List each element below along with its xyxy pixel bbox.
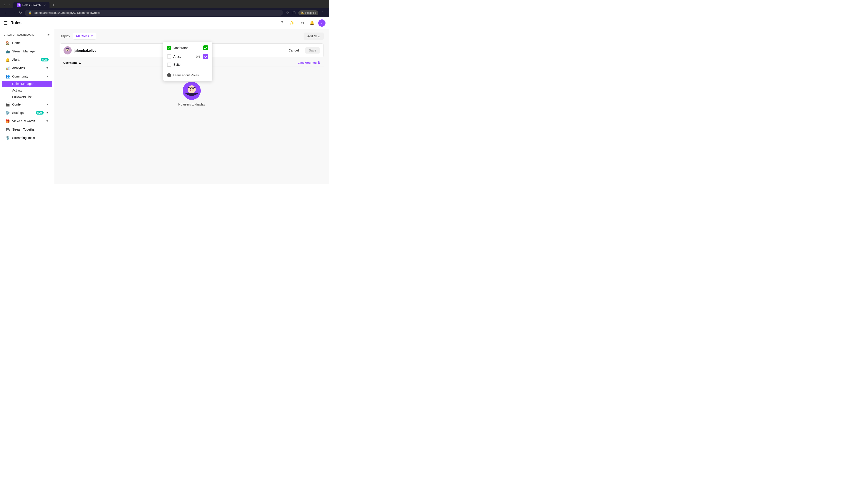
moderator-checkbox[interactable]: ✓ <box>167 46 171 50</box>
sidebar-item-content[interactable]: 🎬 Content ▼ <box>2 100 52 108</box>
user-name: jakenbakelive <box>74 48 162 53</box>
sidebar-item-settings[interactable]: ⚙️ Settings NEW ▼ <box>2 109 52 117</box>
app-header: ☰ Roles ? ✨ ✉ 🔔 J <box>0 17 329 29</box>
incognito-badge: 🕵️ Incognito <box>298 10 318 15</box>
sidebar-item-followers-list[interactable]: Followers List <box>2 94 52 100</box>
sidebar-item-stream-manager[interactable]: 📺 Stream Manager <box>2 47 52 55</box>
sidebar-section-title: CREATOR DASHBOARD <box>4 33 46 36</box>
column-username[interactable]: Username ▲ <box>63 61 81 64</box>
sidebar-item-alerts[interactable]: 🔔 Alerts NEW <box>2 56 52 64</box>
filter-dropdown-label: All Roles <box>76 34 89 38</box>
add-new-button[interactable]: Add New <box>304 33 324 40</box>
sidebar-label-followers-list: Followers List <box>12 95 32 99</box>
sidebar-item-activity[interactable]: Activity <box>2 87 52 94</box>
sidebar-label-content: Content <box>12 103 43 106</box>
svg-point-8 <box>190 88 190 89</box>
tab-close-button[interactable]: ✕ <box>43 3 46 7</box>
tab-title: Roles - Twitch <box>22 3 41 7</box>
sidebar-label-activity: Activity <box>12 89 22 92</box>
sparkle-icon-button[interactable]: ✨ <box>288 20 296 27</box>
header-icons: ? ✨ ✉ 🔔 J <box>278 20 326 27</box>
artist-checkbox[interactable] <box>167 55 171 59</box>
settings-icon: ⚙️ <box>5 110 10 115</box>
artist-icon <box>203 54 208 59</box>
save-button[interactable]: Save <box>305 47 320 54</box>
tab-nav-left[interactable]: › <box>7 2 12 8</box>
sidebar-item-streaming-tools[interactable]: 🎙️ Streaming Tools <box>2 134 52 142</box>
filter-dropdown[interactable]: All Roles ▼ <box>73 33 96 39</box>
sidebar-section-header: CREATOR DASHBOARD ⇤ <box>0 31 54 39</box>
column-last-modified[interactable]: Last Modified ⇅ <box>298 61 320 64</box>
app-body: CREATOR DASHBOARD ⇤ 🏠 Home 📺 Stream Mana… <box>0 29 329 184</box>
stream-together-icon: 🎮 <box>5 127 10 132</box>
sidebar-item-stream-together[interactable]: 🎮 Stream Together <box>2 125 52 133</box>
viewer-rewards-arrow-icon: ▼ <box>46 120 49 123</box>
sidebar-item-viewer-rewards[interactable]: 🎁 Viewer Rewards ▼ <box>2 117 52 125</box>
content-arrow-icon: ▼ <box>46 103 49 106</box>
bookmark-button[interactable]: ☆ <box>285 10 290 16</box>
user-avatar-header[interactable]: J <box>318 20 326 27</box>
svg-point-6 <box>190 88 191 90</box>
svg-point-2 <box>67 49 67 50</box>
sidebar-label-settings: Settings <box>12 111 33 115</box>
sidebar-item-roles-manager[interactable]: Roles Manager <box>2 80 52 87</box>
sidebar-item-community[interactable]: 👥 Community ▲ <box>2 72 52 80</box>
streaming-tools-icon: 🎙️ <box>5 135 10 140</box>
community-icon: 👥 <box>5 74 10 78</box>
hamburger-button[interactable]: ☰ <box>4 20 8 26</box>
analytics-icon: 📊 <box>5 66 10 70</box>
more-options-button[interactable]: ⋮ <box>320 10 326 16</box>
browser-chrome: ‹ › Roles - Twitch ✕ + ← → ↻ 🔒 dashboard… <box>0 0 329 17</box>
sidebar-label-analytics: Analytics <box>12 66 43 70</box>
artist-label: Artist <box>174 55 194 58</box>
address-bar-actions: ☆ ⬡ 🕵️ Incognito ⋮ <box>285 10 326 16</box>
learn-roles-label: Learn about Roles <box>173 73 199 77</box>
chevron-down-icon: ▼ <box>91 35 93 38</box>
mail-icon-button[interactable]: ✉ <box>298 20 306 27</box>
empty-state-text: No users to display <box>178 103 205 106</box>
sidebar-item-home[interactable]: 🏠 Home <box>2 39 52 47</box>
sidebar-label-viewer-rewards: Viewer Rewards <box>12 119 43 123</box>
svg-point-1 <box>66 48 69 51</box>
page-title: Roles <box>10 21 276 25</box>
svg-rect-11 <box>203 54 208 59</box>
editor-checkbox[interactable] <box>167 63 171 67</box>
sidebar-label-home: Home <box>12 41 49 45</box>
url-text: dashboard.twitch.tv/u/moodjoy071/communi… <box>34 11 101 14</box>
extension-button[interactable]: ⬡ <box>291 10 297 16</box>
url-bar[interactable]: 🔒 dashboard.twitch.tv/u/moodjoy071/commu… <box>25 10 283 16</box>
cancel-button[interactable]: Cancel <box>285 47 303 54</box>
svg-point-5 <box>188 86 196 94</box>
moderator-icon <box>203 45 208 51</box>
tab-list-button[interactable]: ‹ <box>2 2 6 8</box>
tab-favicon <box>17 3 21 7</box>
sidebar-label-streaming-tools: Streaming Tools <box>12 136 49 140</box>
forward-button[interactable]: → <box>11 10 16 16</box>
back-button[interactable]: ← <box>4 10 9 16</box>
settings-arrow-icon: ▼ <box>46 111 49 114</box>
svg-point-7 <box>192 88 194 90</box>
sort-asc-icon: ▲ <box>79 61 81 64</box>
help-icon-button[interactable]: ? <box>278 20 286 27</box>
stream-manager-icon: 📺 <box>5 49 10 54</box>
refresh-button[interactable]: ↻ <box>18 10 23 16</box>
dropdown-divider <box>165 70 211 70</box>
sidebar-label-stream-together: Stream Together <box>12 128 49 131</box>
role-option-editor[interactable]: Editor <box>165 61 211 68</box>
main-panel: Display All Roles ▼ Add New <box>54 29 329 184</box>
new-tab-button[interactable]: + <box>51 2 57 8</box>
app: ☰ Roles ? ✨ ✉ 🔔 J CREATOR DASHBOARD ⇤ 🏠 … <box>0 17 329 184</box>
sidebar: CREATOR DASHBOARD ⇤ 🏠 Home 📺 Stream Mana… <box>0 29 54 184</box>
active-tab[interactable]: Roles - Twitch ✕ <box>13 2 50 8</box>
learn-roles-button[interactable]: i Learn about Roles <box>165 71 211 79</box>
tab-bar: ‹ › Roles - Twitch ✕ + <box>0 0 329 8</box>
sidebar-label-roles-manager: Roles Manager <box>12 82 49 86</box>
role-dropdown: ✓ Moderator Artist 0/5 <box>163 41 213 81</box>
sort-icon: ⇅ <box>318 61 320 64</box>
home-icon: 🏠 <box>5 41 10 45</box>
sidebar-collapse-button[interactable]: ⇤ <box>48 33 51 37</box>
notification-icon-button[interactable]: 🔔 <box>308 20 315 27</box>
sidebar-item-analytics[interactable]: 📊 Analytics ▼ <box>2 64 52 72</box>
role-option-moderator[interactable]: ✓ Moderator <box>165 43 211 52</box>
role-option-artist[interactable]: Artist 0/5 <box>165 52 211 61</box>
